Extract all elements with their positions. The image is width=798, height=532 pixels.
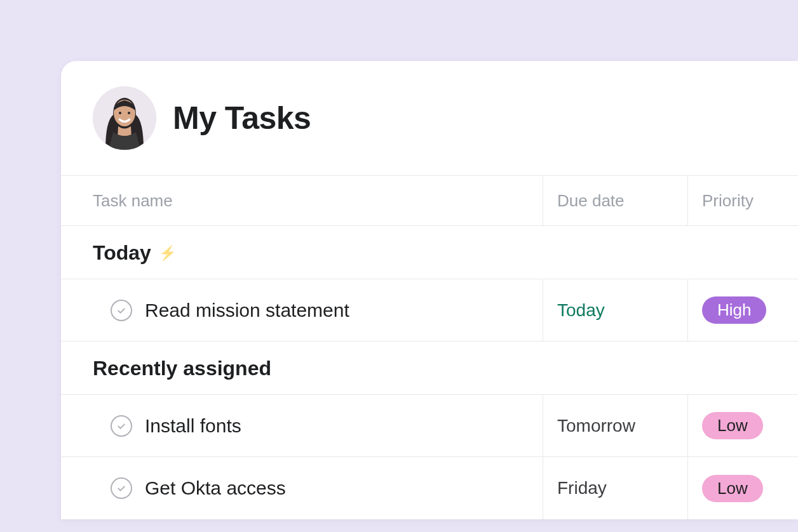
task-name: Get Okta access <box>145 477 286 499</box>
svg-point-3 <box>128 112 130 114</box>
priority-badge-high: High <box>702 296 766 324</box>
check-icon <box>116 420 127 432</box>
column-header-task-name[interactable]: Task name <box>61 191 543 211</box>
svg-point-2 <box>119 112 121 114</box>
due-date-cell[interactable]: Friday <box>543 457 687 519</box>
task-row[interactable]: Read mission statement Today High <box>61 279 798 342</box>
section-header-today[interactable]: Today ⚡ <box>61 226 798 279</box>
columns-header-row: Task name Due date Priority <box>61 175 798 226</box>
task-name: Install fonts <box>145 415 241 437</box>
section-label: Today <box>93 241 151 265</box>
check-icon <box>116 482 127 494</box>
priority-cell[interactable]: Low <box>687 395 798 456</box>
header: My Tasks <box>61 61 798 175</box>
complete-checkbox[interactable] <box>111 300 132 321</box>
tasks-card: My Tasks Task name Due date Priority Tod… <box>61 61 798 519</box>
complete-checkbox[interactable] <box>111 477 132 499</box>
task-row[interactable]: Get Okta access Friday Low <box>61 457 798 519</box>
priority-cell[interactable]: Low <box>687 457 798 519</box>
due-date-cell[interactable]: Tomorrow <box>543 395 687 456</box>
task-name: Read mission statement <box>145 300 349 321</box>
task-name-cell: Read mission statement <box>61 300 543 321</box>
check-icon <box>116 305 127 316</box>
section-label: Recently assigned <box>93 357 271 380</box>
avatar-image <box>93 86 156 150</box>
priority-badge-low: Low <box>702 412 763 439</box>
task-name-cell: Get Okta access <box>61 477 543 499</box>
task-name-cell: Install fonts <box>61 415 543 437</box>
complete-checkbox[interactable] <box>111 415 132 437</box>
due-date-cell[interactable]: Today <box>543 279 687 341</box>
column-header-priority[interactable]: Priority <box>687 176 798 225</box>
column-header-due-date[interactable]: Due date <box>543 176 687 225</box>
priority-cell[interactable]: High <box>687 279 798 341</box>
section-header-recently-assigned[interactable]: Recently assigned <box>61 342 798 395</box>
lightning-icon: ⚡ <box>159 245 176 262</box>
task-row[interactable]: Install fonts Tomorrow Low <box>61 395 798 457</box>
avatar[interactable] <box>93 86 156 150</box>
priority-badge-low: Low <box>702 475 763 502</box>
page-title: My Tasks <box>173 100 311 136</box>
